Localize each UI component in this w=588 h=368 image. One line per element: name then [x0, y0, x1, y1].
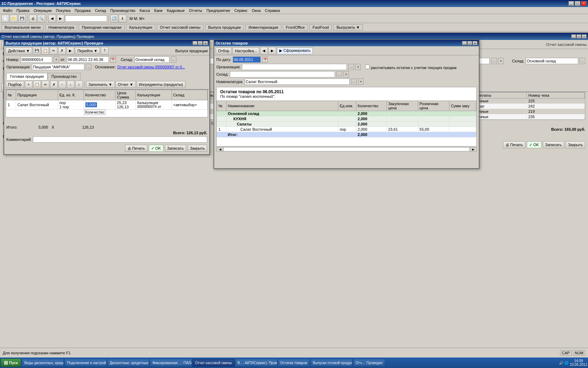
prod-actions[interactable]: Действия ▼ [6, 47, 32, 54]
task-4[interactable]: Фиксированная ...: ПАЛАДЕ [150, 359, 192, 367]
nav-nomenclature[interactable]: Номенклатура [45, 24, 77, 30]
stock-next[interactable]: ▶ [268, 47, 276, 55]
prod-table-row[interactable]: 1 Салат Восточный пор1 пор 5,000 Количес… [6, 100, 208, 110]
doc-close[interactable]: × [582, 34, 587, 39]
prod-tbl-sort[interactable]: ↕ [75, 81, 83, 88]
stock-maximize[interactable]: □ [467, 41, 472, 45]
stock-data-row[interactable]: 1 Салат Восточный пор 2,000 23,61 55,00 [217, 127, 476, 132]
prod-btn-print[interactable]: 🖨 Печать [125, 145, 147, 152]
btn-close-main[interactable]: Закрыть [566, 141, 585, 148]
stock-date-input[interactable] [233, 56, 261, 63]
menu-file[interactable]: Файл [1, 8, 14, 13]
task-5[interactable]: Отчет кассовой смены [192, 359, 234, 367]
menu-service[interactable]: Сервис [232, 8, 250, 13]
task-1[interactable]: Виды дисконтных, кредит... [22, 359, 64, 367]
prod-btn-ok[interactable]: ✓ OK [149, 145, 163, 152]
toolbar-info[interactable]: ℹ [119, 15, 126, 22]
task-3[interactable]: Дисконтные, кредитные и ... [107, 359, 149, 367]
prod-btn-save[interactable]: Записать [165, 145, 186, 152]
toolbar-back[interactable]: ◀ [48, 15, 56, 22]
menu-buy[interactable]: Покупка [54, 8, 73, 13]
prod-date-cal[interactable]: 📅 [110, 56, 116, 63]
prod-wh-select[interactable]: ... [171, 56, 176, 63]
scroll-right[interactable]: ▶ [469, 148, 476, 151]
nav-inventory[interactable]: Инвентаризация [245, 24, 281, 30]
prod-fill[interactable]: Заполнить ▼ [86, 81, 115, 88]
prod-copy-btn[interactable]: 📋 [41, 47, 49, 55]
prod-tbl-dn[interactable]: ↓ [67, 81, 75, 88]
minimize-btn[interactable]: _ [568, 1, 574, 6]
stock-nom-input[interactable] [245, 79, 350, 85]
scroll-left[interactable]: ◀ [217, 148, 224, 151]
prod-edit-btn[interactable]: ✏ [50, 47, 57, 55]
prod-report[interactable]: Отчет ▼ [115, 81, 136, 88]
prod-comment-input[interactable] [33, 136, 207, 143]
stock-wh-input[interactable] [230, 71, 335, 77]
title-controls[interactable]: _ □ × [568, 1, 587, 6]
stock-minimize[interactable]: _ [462, 41, 467, 45]
task-2[interactable]: Подключение и настройка ... [64, 359, 106, 367]
prod-minimize[interactable]: _ [192, 41, 197, 45]
prod-ingredients[interactable]: Ингредиенты (продукты) [136, 81, 186, 88]
prod-org-select[interactable]: ... [86, 64, 91, 70]
prod-date-input[interactable] [67, 56, 109, 63]
menu-windows[interactable]: Окна [250, 8, 263, 13]
task-7[interactable]: Остатки товаров [278, 359, 310, 367]
prod-tbl-edit[interactable]: ✏ [42, 81, 49, 88]
scroll-track[interactable] [224, 148, 469, 151]
prod-org-input[interactable] [32, 64, 84, 70]
stock-recalc-check[interactable] [365, 64, 370, 69]
stock-close[interactable]: × [472, 41, 477, 45]
toolbar-open[interactable]: 📁 [10, 15, 18, 22]
prod-wh-input[interactable] [134, 56, 169, 63]
stock-org-input[interactable] [242, 64, 347, 70]
prod-num-clear[interactable]: × [54, 56, 59, 63]
prod-btn-close[interactable]: Закрыть [188, 145, 207, 152]
prod-tab-production[interactable]: Производство [48, 73, 80, 80]
menu-store[interactable]: Склад [93, 8, 108, 13]
nav-frontoffice[interactable]: FrontOffice [283, 24, 308, 30]
btn-print-main[interactable]: 🖨 Печать [503, 141, 525, 148]
nav-vertical-menu[interactable]: Вертикальное меню [1, 24, 44, 30]
btn-save-main[interactable]: Записать [543, 141, 564, 148]
stock-settings[interactable]: Настройка... [232, 47, 259, 54]
nav-receipt[interactable]: Приходная накладная [79, 24, 125, 30]
doc-minimize[interactable]: _ [571, 34, 576, 39]
prod-num-input[interactable] [21, 56, 52, 63]
prod-del-btn[interactable]: ✗ [58, 47, 66, 55]
start-button[interactable]: ⊞ Пуск [1, 359, 21, 367]
stock-nom-clear[interactable]: × [358, 79, 364, 85]
toolbar-new[interactable]: 📄 [1, 15, 9, 22]
prod-close[interactable]: × [203, 41, 208, 45]
stock-wh-clear[interactable]: × [343, 71, 349, 77]
toolbar-fwd[interactable]: ▶ [57, 15, 64, 22]
menu-enterprise[interactable]: Предприятие [204, 8, 232, 13]
task-9[interactable]: Отч...: Проведен [353, 359, 385, 367]
nav-export[interactable]: Выгрузить ▼ [333, 24, 363, 30]
stock-hscroll[interactable]: ◀ ▶ [216, 147, 477, 151]
stock-filter[interactable]: Отбор [216, 47, 232, 54]
toolbar-save[interactable]: 💾 [18, 15, 26, 22]
stock-prev[interactable]: ◀ [260, 47, 268, 55]
prod-help-btn[interactable]: ? [101, 47, 108, 55]
toolbar-print[interactable]: 🖨 [29, 15, 37, 22]
menu-bank[interactable]: Банк [152, 8, 164, 13]
menu-sell[interactable]: Продажа [72, 8, 93, 13]
toolbar-input[interactable] [65, 15, 107, 22]
prod-maximize[interactable]: □ [198, 41, 203, 45]
stock-generate[interactable]: ▶ Сформировать [277, 47, 313, 54]
nav-fastfood[interactable]: FastFood [309, 24, 332, 30]
stock-wh-select[interactable]: ... [336, 71, 342, 77]
prod-tbl-del[interactable]: ✗ [50, 81, 58, 88]
prod-post-btn[interactable]: ▶ [66, 47, 74, 55]
prod-tab-ready[interactable]: Готовая продукция [6, 73, 48, 80]
warehouse-select[interactable]: ... [580, 58, 585, 64]
stock-date-cal[interactable]: 📅 [262, 56, 268, 63]
btn-ok-main[interactable]: ✓ OK [527, 141, 541, 148]
task-8[interactable]: Выпуски готовой продукции [310, 359, 352, 367]
prod-basis-link[interactable]: Отчет кассовой смены 0000000007 от 0... [117, 65, 185, 69]
prod-tbl-copy[interactable]: 📋 [33, 81, 41, 88]
nav-calc[interactable]: Калькуляция [126, 24, 155, 30]
close-btn[interactable]: × [581, 1, 587, 6]
menu-ops[interactable]: Операции [31, 8, 54, 13]
